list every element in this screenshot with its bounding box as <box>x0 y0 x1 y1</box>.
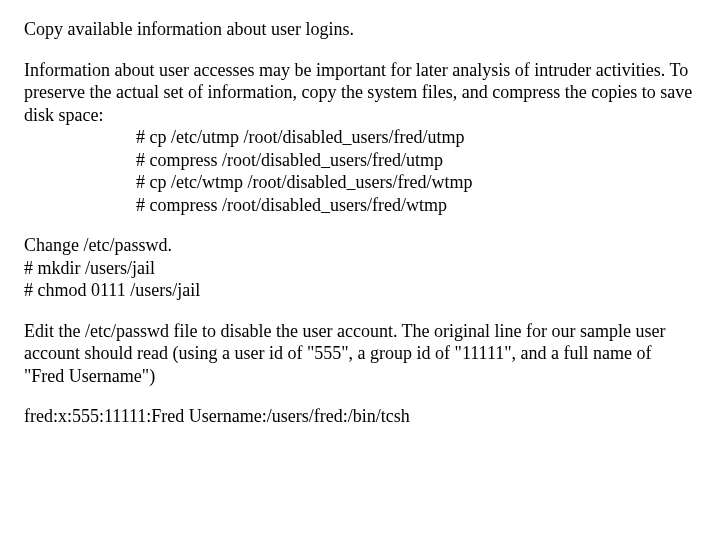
command-line: # chmod 0111 /users/jail <box>24 279 696 302</box>
command-line: # cp /etc/utmp /root/disabled_users/fred… <box>136 126 696 149</box>
passwd-line: fred:x:555:11111:Fred Username:/users/fr… <box>24 405 696 428</box>
section1-intro: Information about user accesses may be i… <box>24 59 696 127</box>
command-line: # cp /etc/wtmp /root/disabled_users/fred… <box>136 171 696 194</box>
section2-heading: Change /etc/passwd. <box>24 234 696 257</box>
section1-commands: # cp /etc/utmp /root/disabled_users/fred… <box>24 126 696 216</box>
section1-block: Information about user accesses may be i… <box>24 59 696 217</box>
command-line: # mkdir /users/jail <box>24 257 696 280</box>
document-page: Copy available information about user lo… <box>0 0 720 428</box>
command-line: # compress /root/disabled_users/fred/wtm… <box>136 194 696 217</box>
section1-heading: Copy available information about user lo… <box>24 18 696 41</box>
command-line: # compress /root/disabled_users/fred/utm… <box>136 149 696 172</box>
section3-text: Edit the /etc/passwd file to disable the… <box>24 320 696 388</box>
section2-block: Change /etc/passwd. # mkdir /users/jail … <box>24 234 696 302</box>
